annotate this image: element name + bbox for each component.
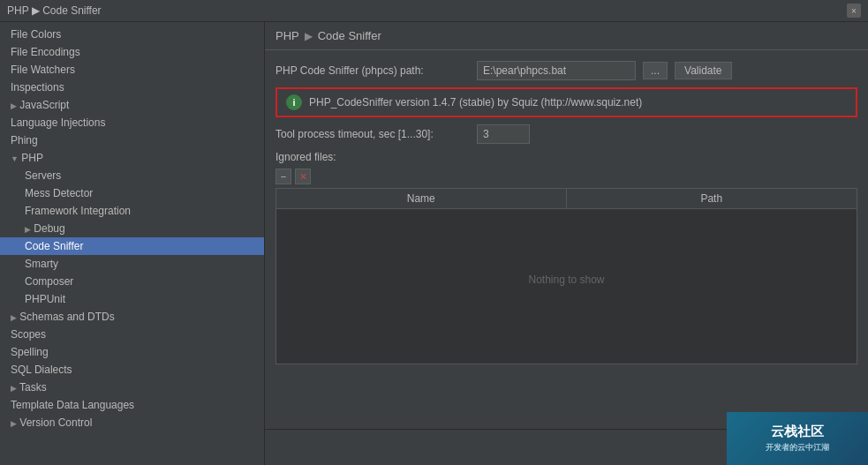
arrow-icon <box>25 225 31 234</box>
sidebar-item-file-encodings[interactable]: File Encodings <box>0 43 264 61</box>
breadcrumb-parent: PHP <box>275 29 299 42</box>
sidebar-item-language-injections[interactable]: Language Injections <box>0 114 264 131</box>
ignored-files-table: Name Path Nothing to show <box>275 188 857 364</box>
table-header: Name Path <box>276 189 857 209</box>
arrow-icon <box>11 101 17 110</box>
content-body: PHP Code Sniffer (phpcs) path: ... Valid… <box>265 50 868 429</box>
remove-item-button[interactable]: − <box>275 169 291 184</box>
version-tooltip: i PHP_CodeSniffer version 1.4.7 (stable)… <box>275 87 857 117</box>
arrow-icon <box>11 419 17 428</box>
sidebar-item-inspections[interactable]: Inspections <box>0 79 264 96</box>
validate-button[interactable]: Validate <box>675 62 731 79</box>
arrow-icon <box>11 313 17 322</box>
sidebar-item-spelling[interactable]: Spelling <box>0 343 264 361</box>
timeout-input[interactable] <box>477 124 530 144</box>
path-label: PHP Code Sniffer (phpcs) path: <box>275 64 470 77</box>
timeout-row: Tool process timeout, sec [1...30]: <box>275 124 857 144</box>
watermark: 云栈社区 开发者的云中江湖 <box>727 412 868 465</box>
sidebar-item-version-control[interactable]: Version Control <box>0 414 264 431</box>
path-input[interactable] <box>477 61 636 80</box>
ignored-files-toolbar: − ✕ <box>275 169 857 184</box>
sidebar-item-sql-dialects[interactable]: SQL Dialects <box>0 361 264 379</box>
sidebar-item-file-colors[interactable]: File Colors <box>0 26 264 43</box>
path-row: PHP Code Sniffer (phpcs) path: ... Valid… <box>275 61 857 80</box>
clear-items-button[interactable]: ✕ <box>295 169 311 184</box>
sidebar-item-scopes[interactable]: Scopes <box>0 326 264 343</box>
dialog-title: PHP ▶ Code Sniffer <box>7 4 102 17</box>
dialog-footer: OK Cancel 云栈社区 开发者的云中江湖 <box>265 429 868 465</box>
sidebar-item-smarty[interactable]: Smarty <box>0 255 264 273</box>
arrow-icon <box>11 384 17 393</box>
sidebar-item-file-watchers[interactable]: File Watchers <box>0 61 264 79</box>
empty-message: Nothing to show <box>528 274 604 286</box>
info-icon: i <box>286 94 302 110</box>
title-bar: PHP ▶ Code Sniffer × <box>0 0 868 22</box>
sidebar-item-composer[interactable]: Composer <box>0 273 264 290</box>
main-container: File ColorsFile EncodingsFile WatchersIn… <box>0 22 868 465</box>
content-area: PHP ▶ Code Sniffer PHP Code Sniffer (php… <box>265 22 868 465</box>
path-column-header: Path <box>567 189 857 208</box>
sidebar: File ColorsFile EncodingsFile WatchersIn… <box>0 22 265 465</box>
name-column-header: Name <box>276 189 567 208</box>
sidebar-item-phing[interactable]: Phing <box>0 131 264 149</box>
browse-button[interactable]: ... <box>643 62 668 79</box>
sidebar-item-javascript[interactable]: JavaScript <box>0 96 264 114</box>
content-header: PHP ▶ Code Sniffer <box>265 22 868 50</box>
breadcrumb-separator: ▶ <box>305 30 313 42</box>
watermark-line2: 开发者的云中江湖 <box>766 442 829 454</box>
close-button[interactable]: × <box>847 4 861 18</box>
breadcrumb-current: Code Sniffer <box>318 29 381 42</box>
sidebar-item-template-data-languages[interactable]: Template Data Languages <box>0 396 264 414</box>
arrow-icon <box>11 154 19 163</box>
sidebar-item-mess-detector[interactable]: Mess Detector <box>0 184 264 202</box>
tooltip-message: PHP_CodeSniffer version 1.4.7 (stable) b… <box>309 96 642 109</box>
ignored-files-label: Ignored files: <box>275 151 857 163</box>
sidebar-item-framework-integration[interactable]: Framework Integration <box>0 202 264 220</box>
watermark-line1: 云栈社区 <box>771 424 824 440</box>
sidebar-item-debug[interactable]: Debug <box>0 220 264 237</box>
sidebar-item-schemas-dtds[interactable]: Schemas and DTDs <box>0 308 264 326</box>
sidebar-item-tasks[interactable]: Tasks <box>0 379 264 396</box>
timeout-label: Tool process timeout, sec [1...30]: <box>275 128 470 140</box>
sidebar-item-php[interactable]: PHP <box>0 149 264 167</box>
sidebar-item-phpunit[interactable]: PHPUnit <box>0 290 264 308</box>
table-body: Nothing to show <box>276 209 857 350</box>
sidebar-item-servers[interactable]: Servers <box>0 167 264 184</box>
sidebar-item-code-sniffer[interactable]: Code Sniffer <box>0 237 264 255</box>
